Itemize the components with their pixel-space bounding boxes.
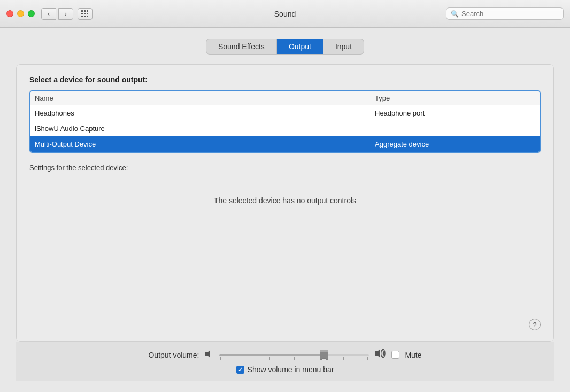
device-name: Multi-Output Device xyxy=(35,140,375,148)
section-title: Select a device for sound output: xyxy=(29,75,541,84)
table-row[interactable]: iShowU Audio Capture xyxy=(30,121,540,136)
svg-marker-0 xyxy=(205,350,210,358)
forward-button[interactable]: › xyxy=(58,8,73,20)
menubar-row: Show volume in menu bar xyxy=(236,365,334,374)
output-panel: Select a device for sound output: Name T… xyxy=(16,64,554,342)
nav-buttons: ‹ › xyxy=(41,8,73,20)
settings-label: Settings for the selected device: xyxy=(29,164,541,172)
grid-button[interactable] xyxy=(78,8,93,20)
tab-output[interactable]: Output xyxy=(277,39,323,54)
back-button[interactable]: ‹ xyxy=(41,8,56,20)
maximize-button[interactable] xyxy=(28,10,35,17)
col-name-header: Name xyxy=(35,94,375,102)
device-type: Aggregate device xyxy=(375,140,535,148)
table-row[interactable]: Headphones Headphone port xyxy=(30,105,540,121)
menubar-label: Show volume in menu bar xyxy=(248,365,334,374)
help-button[interactable]: ? xyxy=(529,319,541,330)
tab-bar: Sound Effects Output Input xyxy=(16,39,554,55)
svg-marker-3 xyxy=(375,349,380,358)
mute-label: Mute xyxy=(405,351,421,359)
search-icon: 🔍 xyxy=(451,10,459,18)
device-table: Name Type Headphones Headphone port iSho… xyxy=(29,90,541,153)
device-type: Headphone port xyxy=(375,109,535,117)
device-name: Headphones xyxy=(35,109,375,117)
table-header: Name Type xyxy=(30,91,540,105)
window-title: Sound xyxy=(274,10,296,18)
mute-checkbox[interactable] xyxy=(391,351,399,359)
tab-sound-effects[interactable]: Sound Effects xyxy=(206,39,276,54)
device-name: iShowU Audio Capture xyxy=(35,125,375,133)
tab-group: Sound Effects Output Input xyxy=(206,39,364,55)
show-in-menubar-checkbox[interactable] xyxy=(236,366,244,374)
tab-input[interactable]: Input xyxy=(323,39,364,54)
search-input[interactable] xyxy=(461,10,559,18)
volume-low-icon xyxy=(204,349,214,361)
search-bar[interactable]: 🔍 xyxy=(446,7,564,20)
title-bar: ‹ › Sound 🔍 xyxy=(0,0,570,28)
bottom-bar: Output volume: xyxy=(16,342,554,381)
traffic-lights xyxy=(6,10,35,17)
help-row: ? xyxy=(29,313,541,330)
svg-rect-2 xyxy=(320,350,328,352)
no-controls-message: The selected device has no output contro… xyxy=(29,191,541,313)
volume-track xyxy=(219,354,369,356)
minimize-button[interactable] xyxy=(17,10,24,17)
volume-row: Output volume: xyxy=(148,349,421,361)
grid-icon xyxy=(81,10,89,18)
volume-slider[interactable] xyxy=(219,350,369,360)
volume-label: Output volume: xyxy=(148,351,199,359)
col-type-header: Type xyxy=(375,94,535,102)
main-content: Sound Effects Output Input Select a devi… xyxy=(0,28,570,392)
device-list[interactable]: Headphones Headphone port iShowU Audio C… xyxy=(30,105,540,152)
volume-high-icon xyxy=(374,349,386,361)
close-button[interactable] xyxy=(6,10,13,17)
table-row-selected[interactable]: Multi-Output Device Aggregate device xyxy=(30,136,540,152)
